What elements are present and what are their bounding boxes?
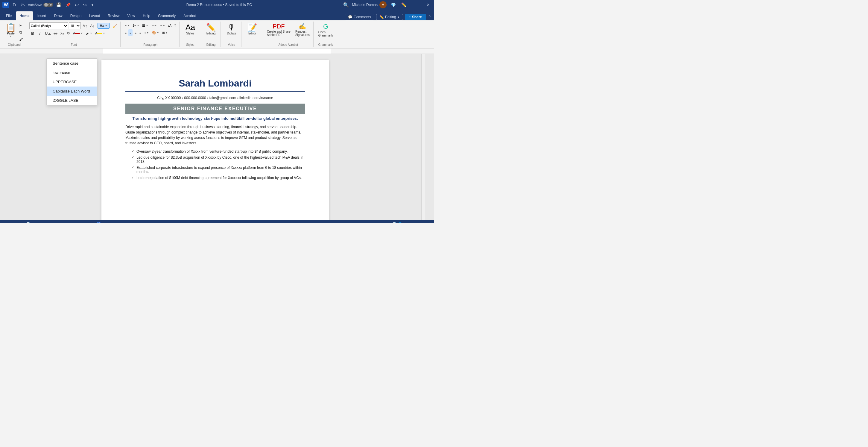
align-center-button[interactable]: ≡ bbox=[128, 29, 132, 36]
tab-draw[interactable]: Draw bbox=[51, 11, 66, 20]
tab-design[interactable]: Design bbox=[67, 11, 85, 20]
page-number-status[interactable]: Page 1 of 2 bbox=[4, 222, 20, 224]
zoom-controls[interactable]: − 100% + bbox=[407, 222, 422, 224]
decrease-indent-button[interactable]: ←≡ bbox=[150, 22, 157, 29]
align-right-button[interactable]: ≡ bbox=[133, 29, 137, 36]
editor-button[interactable]: 📝 Editor bbox=[244, 22, 260, 36]
tab-acrobat[interactable]: Acrobat bbox=[180, 11, 199, 20]
superscript-button[interactable]: X² bbox=[65, 30, 71, 36]
line-spacing-button[interactable]: ↕ ▼ bbox=[143, 29, 150, 36]
save-icon[interactable]: 💾 bbox=[55, 2, 63, 8]
search-icon[interactable]: 🔍 bbox=[343, 2, 349, 8]
editing-ribbon-button[interactable]: ✏️ Editing bbox=[203, 22, 219, 36]
checkmark-3: ✓ bbox=[131, 166, 134, 174]
text-predictions-status[interactable]: Text Predictions: On bbox=[61, 222, 91, 224]
zoom-minus-button[interactable]: − bbox=[407, 222, 409, 224]
pen-icon[interactable]: ✏️ bbox=[400, 2, 407, 8]
autosave-toggle[interactable]: Off bbox=[43, 3, 53, 7]
new-file-icon[interactable]: 🗋 bbox=[11, 2, 18, 8]
font-size-select[interactable]: 18 bbox=[69, 23, 81, 29]
open-grammarly-button[interactable]: G OpenGrammarly bbox=[316, 22, 335, 38]
editing-ribbon-label: Editing bbox=[207, 32, 216, 35]
open-file-icon[interactable]: 🗁 bbox=[20, 2, 26, 8]
pin-icon[interactable]: 📌 bbox=[64, 2, 72, 8]
italic-button[interactable]: I bbox=[36, 30, 43, 36]
autosave-area[interactable]: AutoSave Off bbox=[28, 3, 53, 7]
web-view-icon[interactable]: 🌐 bbox=[398, 222, 402, 224]
grow-font-button[interactable]: A↑ bbox=[82, 23, 88, 29]
uppercase-option[interactable]: UPPERCASE bbox=[47, 77, 97, 87]
tab-home[interactable]: Home bbox=[16, 11, 33, 20]
shading-button[interactable]: 🎨 ▼ bbox=[151, 29, 160, 36]
copy-button[interactable]: ⧉ bbox=[18, 29, 24, 36]
bold-button[interactable]: B bbox=[29, 30, 36, 36]
display-settings-label: Display Settings bbox=[346, 222, 370, 224]
accessibility-status[interactable]: ♿ Accessibility: Good to go bbox=[97, 222, 138, 224]
sentence-case-option[interactable]: Sentence case. bbox=[47, 59, 97, 68]
focus-button[interactable]: ⊡ Focus bbox=[375, 222, 388, 224]
request-signatures-button[interactable]: ✍ RequestSignatures bbox=[293, 22, 311, 38]
editor-group: 📝 Editor bbox=[243, 22, 262, 47]
border-button[interactable]: ⊞ ▼ bbox=[161, 29, 169, 36]
grammarly-label: Grammarly bbox=[316, 43, 335, 47]
strikethrough-button[interactable]: ab bbox=[52, 30, 58, 36]
comments-button[interactable]: 💬 Comments bbox=[345, 14, 374, 20]
lowercase-option[interactable]: lowercase bbox=[47, 68, 97, 77]
bullet-4: ✓ Led renegotiation of $100M debt financ… bbox=[131, 176, 305, 180]
editing-button[interactable]: ✏️ Editing ▼ bbox=[376, 14, 403, 20]
format-painter-button[interactable]: 🖌 bbox=[18, 36, 24, 42]
more-commands-icon[interactable]: ▼ bbox=[90, 3, 95, 7]
collapse-ribbon-icon[interactable]: ⌃ bbox=[428, 15, 431, 20]
user-name: Michelle Dumas bbox=[352, 3, 378, 7]
font-color-button[interactable]: A ▼ bbox=[72, 30, 84, 36]
numbering-button[interactable]: 1≡ ▼ bbox=[131, 22, 140, 29]
capitalize-each-word-option[interactable]: Capitalize Each Word bbox=[47, 87, 97, 96]
shrink-font-button[interactable]: A↓ bbox=[89, 23, 96, 29]
tab-view[interactable]: View bbox=[124, 11, 138, 20]
sort-button[interactable]: ↕A bbox=[166, 22, 173, 29]
diamond-icon[interactable]: 💎 bbox=[390, 2, 397, 8]
share-button[interactable]: ↑ Share bbox=[405, 14, 426, 20]
create-share-pdf-button[interactable]: PDF Create and ShareAdobe PDF bbox=[265, 22, 292, 38]
styles-button[interactable]: Aa Styles bbox=[183, 22, 198, 36]
underline-button[interactable]: U ▼ bbox=[44, 30, 52, 36]
close-button[interactable]: ✕ bbox=[425, 1, 431, 8]
bullets-button[interactable]: ≡ ▼ bbox=[124, 22, 131, 29]
accessibility-label: Accessibility: Good to go bbox=[102, 222, 138, 224]
word-count-status[interactable]: 📄 3 of 1081 words bbox=[26, 222, 55, 224]
highlight-button[interactable]: 🖌 ▼ bbox=[85, 30, 93, 36]
display-settings-button[interactable]: Display Settings bbox=[346, 222, 370, 224]
tab-help[interactable]: Help bbox=[139, 11, 154, 20]
paste-button[interactable]: 📋 Paste ▼ bbox=[4, 22, 18, 42]
change-case-button[interactable]: Aa ▼ bbox=[96, 22, 111, 29]
increase-indent-button[interactable]: →≡ bbox=[158, 22, 166, 29]
show-hide-button[interactable]: ¶ bbox=[173, 22, 178, 29]
minimize-button[interactable]: ─ bbox=[410, 1, 417, 8]
toggle-case-option[interactable]: tOGGLE cASE bbox=[47, 96, 97, 105]
justify-button[interactable]: ≡ bbox=[138, 29, 143, 36]
redo-icon[interactable]: ↪ bbox=[82, 1, 88, 8]
align-left-button[interactable]: ≡ bbox=[124, 29, 128, 36]
tab-insert[interactable]: Insert bbox=[34, 11, 50, 20]
tab-layout[interactable]: Layout bbox=[86, 11, 103, 20]
multilevel-list-button[interactable]: ☰ ▼ bbox=[141, 22, 149, 29]
maximize-button[interactable]: □ bbox=[418, 1, 424, 8]
ribbon-tab-actions: 💬 Comments ✏️ Editing ▼ ↑ Share ⌃ bbox=[345, 14, 431, 20]
subscript-button[interactable]: X₂ bbox=[59, 30, 65, 36]
clear-format-button[interactable]: 🧹 bbox=[111, 23, 119, 29]
editor-label: Editor bbox=[248, 32, 256, 35]
print-layout-icon[interactable]: 📄 bbox=[393, 222, 397, 224]
comment-icon: 💬 bbox=[348, 15, 352, 19]
text-color-button[interactable]: A ▼ bbox=[94, 30, 106, 36]
tab-grammarly[interactable]: Grammarly bbox=[154, 11, 179, 20]
change-case-label[interactable]: Aa ▼ bbox=[97, 23, 109, 29]
cut-button[interactable]: ✂ bbox=[18, 22, 24, 29]
tab-file[interactable]: File bbox=[2, 11, 15, 20]
undo-icon[interactable]: ↩ bbox=[73, 1, 80, 8]
tab-review[interactable]: Review bbox=[104, 11, 123, 20]
vertical-scrollbar[interactable] bbox=[421, 54, 425, 220]
word-icon: W bbox=[2, 2, 9, 8]
dictate-button[interactable]: 🎙 Dictate bbox=[224, 22, 239, 36]
font-family-select[interactable]: Calibri (Body) bbox=[29, 23, 68, 29]
zoom-plus-button[interactable]: + bbox=[420, 222, 422, 224]
